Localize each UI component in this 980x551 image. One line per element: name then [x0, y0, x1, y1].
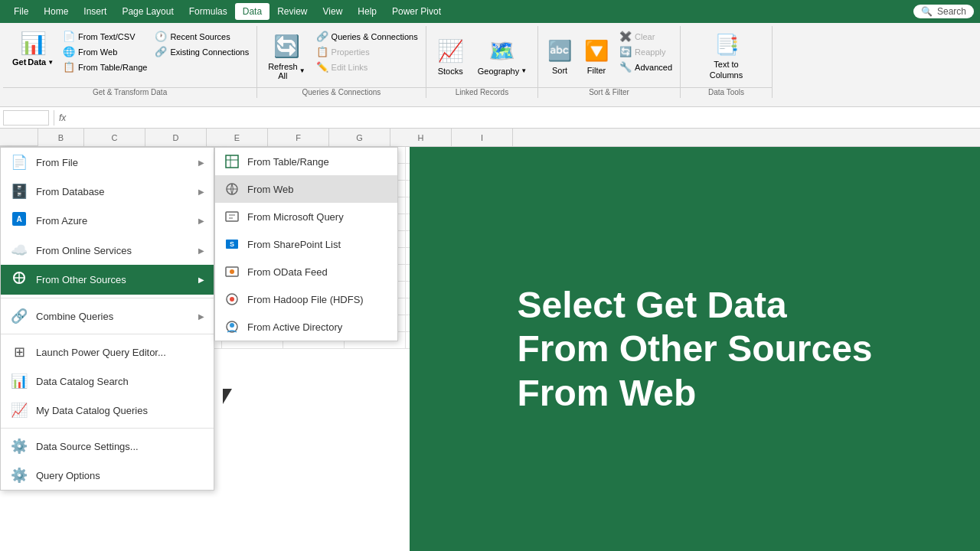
ribbon: 📊 Get Data ▼ 📄 From Text/CSV: [0, 23, 980, 107]
menu-formulas[interactable]: Formulas: [181, 3, 235, 20]
reapply-button[interactable]: 🔄 Reapply: [616, 44, 675, 59]
from-azure-arrow-icon: ▶: [198, 217, 204, 225]
combine-queries-arrow-icon: ▶: [198, 312, 204, 321]
from-online-services-label: From Online Services: [36, 245, 132, 256]
col-header-d[interactable]: D: [145, 129, 207, 146]
menu-power-pivot[interactable]: Power Pivot: [384, 3, 449, 20]
sub-from-active-directory[interactable]: From Active Directory: [215, 313, 397, 341]
search-icon: 🔍: [921, 6, 933, 17]
properties-button[interactable]: 📋 Properties: [313, 44, 421, 59]
dropdown-my-data-catalog[interactable]: 📈 My Data Catalog Queries: [1, 396, 214, 425]
col-header-h[interactable]: H: [390, 129, 452, 146]
overlay-text: Select Get Data From Other Sources From …: [486, 268, 903, 431]
overlay-line2: From Other Sources: [517, 327, 872, 371]
menu-help[interactable]: Help: [350, 3, 384, 20]
dropdown-from-file[interactable]: 📄 From File ▶: [1, 148, 214, 177]
group-get-transform-label: Get & Transform Data: [3, 87, 256, 98]
edit-links-button[interactable]: ✏️ Edit Links: [313, 60, 421, 74]
from-web-button[interactable]: 🌐 From Web: [60, 44, 150, 59]
sub-from-web[interactable]: From Web: [215, 175, 397, 203]
svg-point-16: [230, 269, 234, 274]
svg-point-20: [230, 323, 234, 328]
menu-page-layout[interactable]: Page Layout: [114, 3, 181, 20]
recent-icon: 🕐: [155, 31, 167, 42]
get-data-icon: 📊: [20, 31, 47, 56]
from-other-sources-arrow-icon: ▶: [198, 276, 204, 284]
advanced-button[interactable]: 🔧 Advanced: [616, 60, 675, 74]
combine-queries-icon: 🔗: [10, 308, 28, 324]
dropdown-query-options[interactable]: ⚙️ Query Options: [1, 461, 214, 490]
from-table-range-button[interactable]: 📋 From Table/Range: [60, 60, 150, 74]
edit-links-icon: ✏️: [316, 61, 328, 73]
from-database-label: From Database: [36, 186, 105, 197]
menu-data[interactable]: Data: [235, 3, 270, 20]
from-file-arrow-icon: ▶: [198, 158, 204, 167]
col-header-g[interactable]: G: [329, 129, 390, 146]
existing-icon: 🔗: [155, 46, 167, 57]
menu-review[interactable]: Review: [270, 3, 315, 20]
from-text-csv-button[interactable]: 📄 From Text/CSV: [60, 29, 150, 44]
query-options-label: Query Options: [36, 470, 100, 481]
svg-text:A: A: [16, 215, 21, 223]
get-transform-small-buttons: 📄 From Text/CSV 🌐 From Web 📋 From Table/…: [60, 29, 150, 86]
dropdown-data-source-settings[interactable]: ⚙️ Data Source Settings...: [1, 432, 214, 461]
stocks-button[interactable]: 📈 Stocks: [431, 29, 470, 84]
filter-button[interactable]: 🔽 Filter: [580, 29, 613, 84]
stocks-label: Stocks: [438, 67, 463, 76]
text-to-columns-button[interactable]: 📑 Text toColumns: [704, 29, 749, 84]
sub-from-sharepoint[interactable]: S From SharePoint List: [215, 230, 397, 258]
from-online-services-icon: ☁️: [10, 242, 28, 259]
svg-rect-5: [226, 155, 238, 168]
sub-from-table-range[interactable]: From Table/Range: [215, 148, 397, 175]
menu-view[interactable]: View: [315, 3, 351, 20]
search-label: Search: [937, 6, 966, 17]
dropdown-divider-2: [1, 334, 214, 334]
from-database-arrow-icon: ▶: [198, 187, 204, 196]
existing-connections-button[interactable]: 🔗 Existing Connections: [152, 44, 252, 59]
dropdown-from-other-sources[interactable]: From Other Sources ▶: [1, 265, 214, 295]
geography-icon: 🗺️: [488, 38, 515, 64]
dropdown-from-online-services[interactable]: ☁️ From Online Services ▶: [1, 236, 214, 265]
from-file-label: From File: [36, 157, 78, 168]
sub-active-directory-label: From Active Directory: [247, 321, 342, 333]
queries-connections-button[interactable]: 🔗 Queries & Connections: [313, 29, 421, 44]
clear-button[interactable]: ✖️ Clear: [616, 29, 675, 44]
menu-insert[interactable]: Insert: [76, 3, 114, 20]
sub-hadoop-icon: [224, 292, 240, 307]
filter-label: Filter: [587, 66, 606, 75]
menu-file[interactable]: File: [6, 3, 36, 20]
sort-button[interactable]: 🔤 Sort: [543, 29, 577, 84]
from-text-csv-label: From Text/CSV: [78, 32, 135, 41]
from-online-services-arrow-icon: ▶: [198, 246, 204, 255]
sub-from-odata[interactable]: From OData Feed: [215, 258, 397, 285]
stocks-icon: 📈: [437, 38, 464, 64]
refresh-all-button[interactable]: 🔄 RefreshAll ▼: [262, 29, 311, 84]
menu-home[interactable]: Home: [36, 3, 76, 20]
from-table-label: From Table/Range: [78, 63, 147, 72]
sort-small-stack: ✖️ Clear 🔄 Reapply 🔧 Advanced: [616, 29, 675, 86]
text-to-columns-icon: 📑: [714, 33, 739, 57]
get-data-button[interactable]: 📊 Get Data ▼: [8, 29, 58, 79]
formula-divider: [54, 110, 54, 126]
sub-from-microsoft-query[interactable]: From Microsoft Query: [215, 203, 397, 230]
dropdown-data-catalog-search[interactable]: 📊 Data Catalog Search: [1, 367, 214, 396]
sub-from-hadoop[interactable]: From Hadoop File (HDFS): [215, 285, 397, 313]
text-to-columns-label: Text toColumns: [710, 60, 743, 80]
col-header-e[interactable]: E: [207, 129, 268, 146]
dropdown-launch-pq-editor[interactable]: ⊞ Launch Power Query Editor...: [1, 337, 214, 367]
ribbon-group-data-tools: 📑 Text toColumns Data Tools: [681, 26, 773, 98]
dropdown-from-database[interactable]: 🗄️ From Database ▶: [1, 177, 214, 206]
clear-icon: ✖️: [619, 31, 632, 42]
col-header-f[interactable]: F: [268, 129, 329, 146]
cell-reference-input[interactable]: [3, 110, 49, 126]
ribbon-group-linked: 📈 Stocks 🗺️ Geography ▼ Linked Records: [426, 26, 538, 98]
dropdown-from-azure[interactable]: A From Azure ▶: [1, 206, 214, 236]
col-header-b[interactable]: B: [38, 129, 84, 146]
recent-sources-button[interactable]: 🕐 Recent Sources: [152, 29, 252, 44]
group-linked-label: Linked Records: [426, 87, 537, 98]
from-other-sources-icon: [10, 271, 28, 289]
geography-button[interactable]: 🗺️ Geography ▼: [472, 29, 533, 84]
col-header-c[interactable]: C: [84, 129, 145, 146]
dropdown-combine-queries[interactable]: 🔗 Combine Queries ▶: [1, 302, 214, 331]
col-header-i[interactable]: I: [452, 129, 513, 146]
